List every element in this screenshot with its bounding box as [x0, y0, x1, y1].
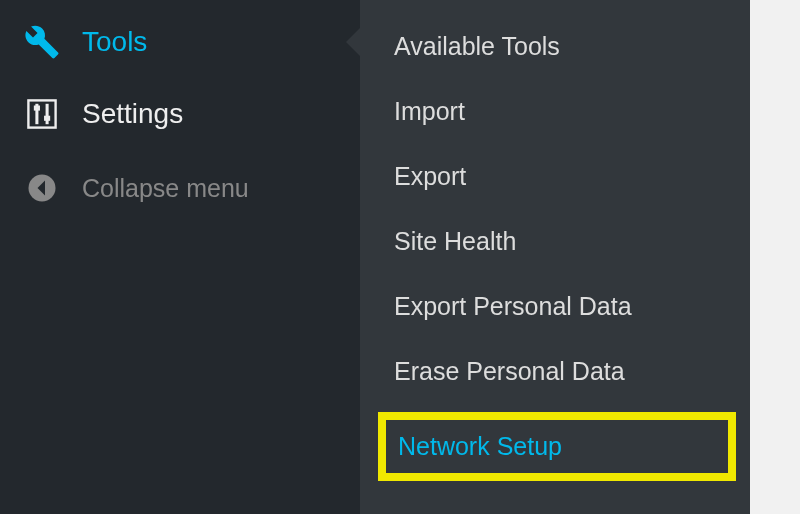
submenu-item-erase-personal-data[interactable]: Erase Personal Data: [360, 339, 750, 404]
submenu-item-export-personal-data[interactable]: Export Personal Data: [360, 274, 750, 339]
submenu-item-import[interactable]: Import: [360, 79, 750, 144]
collapse-arrow-icon: [22, 170, 62, 206]
wrench-icon: [22, 24, 62, 60]
sidebar-item-label: Tools: [82, 26, 147, 58]
submenu-item-label: Import: [394, 97, 465, 125]
submenu-item-site-health[interactable]: Site Health: [360, 209, 750, 274]
submenu-pointer: [346, 28, 360, 56]
submenu-item-available-tools[interactable]: Available Tools: [360, 14, 750, 79]
submenu-item-export[interactable]: Export: [360, 144, 750, 209]
sidebar-item-label: Settings: [82, 98, 183, 130]
collapse-menu-label: Collapse menu: [82, 174, 249, 203]
svg-rect-3: [34, 106, 40, 111]
submenu-item-network-setup[interactable]: Network Setup: [360, 406, 750, 487]
submenu-item-label: Export Personal Data: [394, 292, 632, 320]
sliders-icon: [22, 96, 62, 132]
highlight-box: Network Setup: [378, 412, 736, 481]
sidebar-item-settings[interactable]: Settings: [0, 78, 360, 150]
submenu-item-label: Erase Personal Data: [394, 357, 625, 385]
submenu-item-label: Site Health: [394, 227, 516, 255]
sidebar-item-tools[interactable]: Tools: [0, 6, 360, 78]
submenu-item-label: Export: [394, 162, 466, 190]
tools-submenu: Available Tools Import Export Site Healt…: [360, 0, 750, 514]
svg-rect-0: [28, 100, 55, 127]
submenu-item-label: Network Setup: [398, 432, 562, 460]
sidebar-collapse-menu[interactable]: Collapse menu: [0, 150, 360, 224]
submenu-item-label: Available Tools: [394, 32, 560, 60]
admin-sidebar: Tools Settings Collapse menu: [0, 0, 360, 514]
svg-rect-4: [44, 116, 50, 121]
